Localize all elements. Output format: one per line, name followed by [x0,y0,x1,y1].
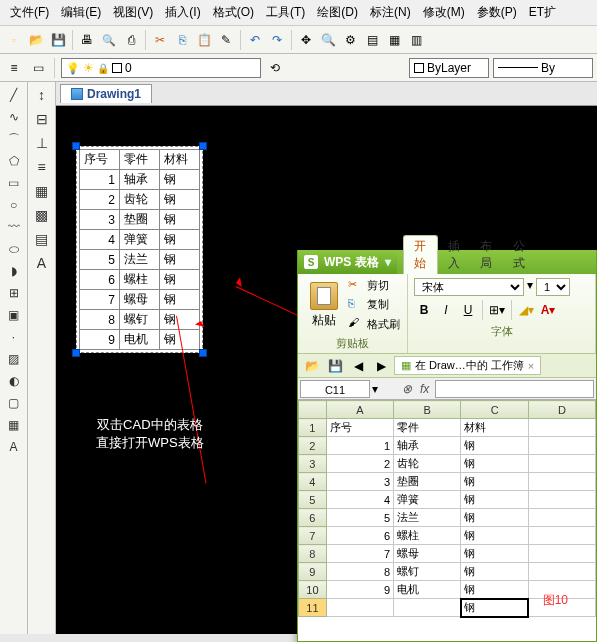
undo-icon[interactable] [245,30,265,50]
cell[interactable] [394,599,461,617]
cell[interactable] [528,473,595,491]
cell[interactable]: 零件 [394,419,461,437]
selection-handle-icon[interactable] [72,142,80,150]
spreadsheet-grid[interactable]: ABCD1序号零件材料21轴承钢32齿轮钢43垫圈钢54弹簧钢65法兰钢76螺柱… [298,400,596,641]
column-header[interactable]: D [528,401,595,419]
preview-icon[interactable] [99,30,119,50]
ribbon-tab[interactable]: 开始 [403,235,438,274]
fx-icon[interactable]: ⊗ [398,382,416,396]
cell[interactable]: 7 [326,545,393,563]
name-dropdown-icon[interactable]: ▾ [372,382,378,396]
selection-handle-icon[interactable] [72,349,80,357]
column-header[interactable]: C [461,401,528,419]
paste-button[interactable]: 粘贴 [302,276,346,334]
menu-item[interactable]: 格式(O) [207,2,260,23]
text-icon[interactable]: A [4,438,24,456]
table-icon[interactable]: ▦ [4,416,24,434]
underline-button[interactable]: U [458,300,478,320]
doc-nav-left-icon[interactable]: ◀ [348,356,368,376]
hatch-icon[interactable]: ▨ [4,350,24,368]
pan-icon[interactable]: ✥ [296,30,316,50]
cell[interactable]: 钢 [461,599,528,617]
cell[interactable] [326,599,393,617]
ribbon-tab[interactable]: 插入 [438,236,471,274]
polygon-icon[interactable]: ⬠ [4,152,24,170]
cell[interactable]: 齿轮 [394,455,461,473]
menu-item[interactable]: 参数(P) [471,2,523,23]
fill-icon[interactable]: ▩ [32,206,52,224]
sheet-icon[interactable]: ▦ [384,30,404,50]
bold-button[interactable]: B [414,300,434,320]
row-header[interactable]: 8 [299,545,327,563]
cell[interactable]: 电机 [394,581,461,599]
calc-icon[interactable]: ▥ [406,30,426,50]
cell[interactable]: 钢 [461,527,528,545]
font-name-select[interactable]: 宋体 [414,278,524,296]
pline-icon[interactable]: ∿ [4,108,24,126]
spline-icon[interactable]: 〰 [4,218,24,236]
layer-dropdown[interactable]: 0 [61,58,261,78]
row-header[interactable]: 3 [299,455,327,473]
insert-icon[interactable]: ⊞ [4,284,24,302]
cell[interactable]: 螺母 [394,545,461,563]
region-icon[interactable]: ▢ [4,394,24,412]
layer-icon[interactable]: ▤ [32,230,52,248]
format-brush-button[interactable]: 🖌格式刷 [346,315,402,333]
selection-handle-icon[interactable] [199,349,207,357]
prop-icon[interactable]: ▤ [362,30,382,50]
cell[interactable] [528,527,595,545]
ribbon-tab[interactable]: 公式 [503,236,536,274]
redo-icon[interactable] [267,30,287,50]
move-icon[interactable]: ↕ [32,86,52,104]
row-header[interactable]: 2 [299,437,327,455]
cell[interactable]: 5 [326,509,393,527]
tool-icon[interactable]: ⚙ [340,30,360,50]
border-button[interactable]: ⊞▾ [487,300,507,320]
menu-item[interactable]: 编辑(E) [55,2,107,23]
measure-icon[interactable]: ≡ [32,158,52,176]
copy-icon[interactable] [172,30,192,50]
cell[interactable]: 9 [326,581,393,599]
ribbon-tab[interactable]: 布局 [470,236,503,274]
match-icon[interactable]: ✎ [216,30,236,50]
layer-prev-icon[interactable]: ⟲ [265,58,285,78]
selection-handle-icon[interactable] [199,142,207,150]
text2-icon[interactable]: A [32,254,52,272]
circle-icon[interactable]: ○ [4,196,24,214]
cell[interactable]: 钢 [461,455,528,473]
hatch2-icon[interactable]: ▦ [32,182,52,200]
document-tab[interactable]: ▦ 在 Draw…中的 工作簿 × [394,356,541,375]
cell[interactable]: 材料 [461,419,528,437]
menu-item[interactable]: 文件(F) [4,2,55,23]
cut-icon[interactable] [150,30,170,50]
fx-label-icon[interactable]: fx [416,382,433,396]
cell[interactable]: 4 [326,491,393,509]
line-icon[interactable]: ╱ [4,86,24,104]
cell[interactable]: 序号 [326,419,393,437]
grad-icon[interactable]: ◐ [4,372,24,390]
embedded-table[interactable]: 序号零件材料1轴承钢2齿轮钢3垫圈钢4弹簧钢5法兰钢6螺柱钢7螺母钢8螺钉钢9电… [76,146,203,353]
row-header[interactable]: 1 [299,419,327,437]
cell[interactable] [528,437,595,455]
ucs-icon[interactable]: ⊥ [32,134,52,152]
italic-button[interactable]: I [436,300,456,320]
cell[interactable]: 2 [326,455,393,473]
cell[interactable]: 螺钉 [394,563,461,581]
linetype-dropdown[interactable]: By [493,58,593,78]
new-icon[interactable] [4,30,24,50]
cell[interactable] [528,563,595,581]
cut-button[interactable]: 剪切 [346,277,402,295]
row-header[interactable]: 5 [299,491,327,509]
cell[interactable]: 垫圈 [394,473,461,491]
cell[interactable]: 轴承 [394,437,461,455]
doc-open-icon[interactable] [302,356,322,376]
menu-item[interactable]: 视图(V) [107,2,159,23]
color-dropdown[interactable]: ByLayer [409,58,489,78]
cell[interactable]: 8 [326,563,393,581]
rect-icon[interactable]: ▭ [4,174,24,192]
cell[interactable]: 螺柱 [394,527,461,545]
cell[interactable]: 钢 [461,581,528,599]
menu-item[interactable]: 工具(T) [260,2,311,23]
publish-icon[interactable]: ⎙ [121,30,141,50]
cell[interactable]: 1 [326,437,393,455]
